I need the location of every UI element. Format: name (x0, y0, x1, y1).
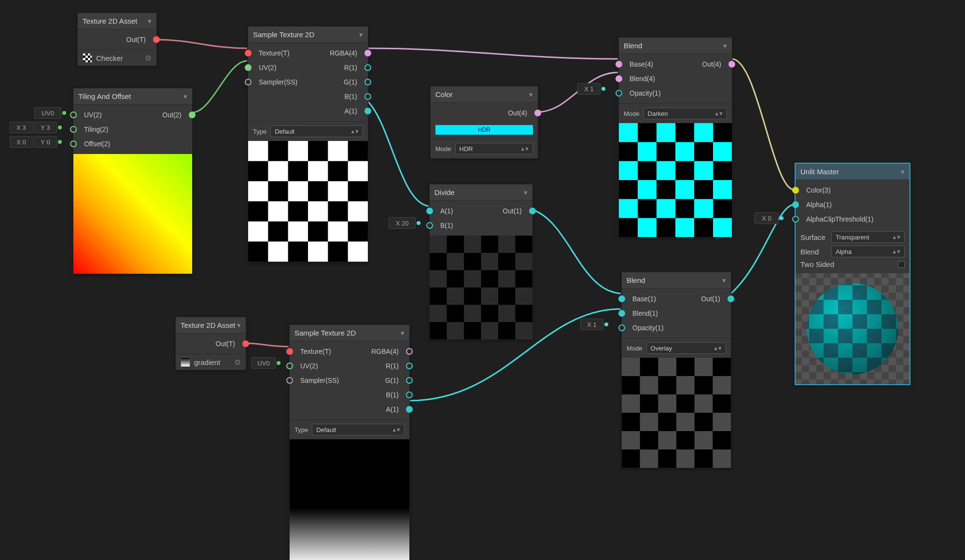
blend-select[interactable]: Alpha▲▼ (831, 246, 905, 257)
out-r[interactable] (364, 64, 371, 71)
node-tiling-and-offset[interactable]: Tiling And Offset ▾ UV(2) Out(2) Tiling(… (73, 88, 193, 274)
svg-rect-55 (622, 358, 640, 376)
out-g[interactable] (364, 79, 371, 85)
input-port-offset[interactable] (70, 140, 77, 147)
sample2-uv-dock[interactable]: UV0 (252, 357, 280, 369)
node-texture-asset-1[interactable]: Texture 2D Asset ▾ Out(T) Checker ⊙ (77, 13, 157, 66)
tiling-xy-dock[interactable]: X 3 Y 3 (10, 122, 62, 133)
asset-picker-row[interactable]: gradient ⊙ (176, 354, 246, 370)
uv-value[interactable]: UV0 (252, 357, 276, 369)
node-divide[interactable]: Divide▾ A(1)Out(1) B(1) (429, 184, 533, 340)
type-select[interactable]: Default▲▼ (312, 424, 405, 435)
out-port[interactable] (534, 110, 541, 116)
node-blend-2[interactable]: Blend▾ Base(1)Out(1) Blend(1) Opacity(1)… (621, 272, 731, 468)
chevron-down-icon[interactable]: ▾ (401, 329, 405, 337)
port-label: R(1) (386, 362, 399, 370)
node-header[interactable]: Tiling And Offset ▾ (73, 88, 192, 105)
opacity-value[interactable]: X 1 (580, 319, 603, 330)
svg-rect-5 (308, 161, 328, 182)
out-g[interactable] (406, 377, 413, 384)
master-preview (796, 273, 909, 384)
clip-value[interactable]: X 0 (755, 212, 779, 224)
offset-xy-dock[interactable]: X 0 Y 0 (10, 136, 62, 148)
type-select[interactable]: Default▲▼ (270, 126, 363, 137)
mode-select[interactable]: HDR▲▼ (455, 143, 533, 154)
in-base[interactable] (618, 295, 625, 302)
tiling-uv-dock[interactable]: UV0 (34, 107, 66, 119)
in-clip[interactable] (792, 216, 799, 223)
input-port-uv[interactable] (70, 112, 77, 118)
out-port[interactable] (727, 295, 734, 302)
chevron-down-icon[interactable]: ▾ (723, 42, 727, 50)
tiling-y[interactable]: Y 3 (34, 122, 57, 133)
node-header[interactable]: Texture 2D Asset ▾ (78, 13, 156, 29)
chevron-down-icon[interactable]: ▾ (901, 168, 905, 176)
offset-y[interactable]: Y 0 (34, 136, 57, 148)
asset-picker-row[interactable]: Checker ⊙ (78, 50, 156, 66)
node-sample-texture-2d-1[interactable]: Sample Texture 2D ▾ Texture(T)RGBA(4) UV… (248, 26, 368, 262)
svg-rect-41 (675, 142, 694, 161)
blend2-opacity-dock[interactable]: X 1 (580, 319, 608, 330)
two-sided-toggle[interactable] (898, 261, 905, 268)
chevron-down-icon[interactable]: ▾ (148, 17, 152, 26)
blend1-opacity-dock[interactable]: X 1 (577, 83, 605, 95)
out-rgba[interactable] (406, 348, 413, 355)
in-sampler[interactable] (245, 79, 252, 85)
out-port[interactable] (728, 61, 735, 68)
node-unlit-master[interactable]: Unlit Master▾ Color(3) Alpha(1) AlphaCli… (795, 163, 910, 385)
input-port-tiling[interactable] (70, 126, 77, 133)
in-texture[interactable] (286, 348, 293, 355)
chevron-down-icon[interactable]: ▾ (722, 276, 726, 285)
in-alpha[interactable] (792, 201, 799, 208)
dock-uv[interactable]: UV0 (34, 107, 61, 119)
picker-icon[interactable]: ⊙ (145, 54, 152, 62)
svg-rect-16 (268, 241, 288, 262)
in-base[interactable] (615, 61, 622, 68)
in-blend[interactable] (618, 310, 625, 317)
divide-b-value[interactable]: X 20 (389, 217, 416, 229)
node-sample-texture-2d-2[interactable]: Sample Texture 2D▾ Texture(T)RGBA(4) UV(… (289, 324, 410, 560)
output-port[interactable] (242, 340, 249, 347)
chevron-down-icon[interactable]: ▾ (524, 188, 528, 197)
color-swatch[interactable]: HDR (435, 125, 533, 135)
out-b[interactable] (406, 392, 413, 398)
in-opacity[interactable] (618, 324, 625, 331)
out-a[interactable] (406, 406, 413, 413)
mode-select[interactable]: Overlay▲▼ (646, 342, 726, 354)
port-label: Alpha(1) (806, 201, 832, 209)
surface-select[interactable]: Transparent▲▼ (831, 231, 905, 243)
in-uv[interactable] (286, 363, 293, 369)
node-header[interactable]: Sample Texture 2D ▾ (248, 27, 368, 43)
picker-icon[interactable]: ⊙ (235, 358, 241, 366)
opacity-value[interactable]: X 1 (577, 83, 601, 95)
mode-select[interactable]: Darken▲▼ (643, 108, 727, 119)
in-uv[interactable] (245, 64, 252, 71)
in-sampler[interactable] (286, 377, 293, 384)
output-port[interactable] (189, 112, 196, 118)
node-color[interactable]: Color▾ Out(4) HDR ModeHDR▲▼ (430, 86, 538, 159)
divide-b-dock[interactable]: X 20 (389, 217, 420, 229)
in-b[interactable] (426, 222, 433, 229)
out-r[interactable] (406, 363, 413, 369)
output-port[interactable] (153, 36, 160, 43)
node-texture-asset-2[interactable]: Texture 2D Asset▾ Out(T) gradient ⊙ (175, 317, 246, 370)
in-blend[interactable] (615, 75, 622, 82)
out-a[interactable] (364, 108, 371, 114)
preview-dark-checker (430, 236, 532, 339)
in-texture[interactable] (245, 50, 252, 56)
chevron-down-icon[interactable]: ▾ (529, 90, 533, 99)
out-b[interactable] (364, 93, 371, 100)
tiling-x[interactable]: X 3 (10, 122, 33, 133)
in-a[interactable] (426, 208, 433, 214)
offset-x[interactable]: X 0 (10, 136, 33, 148)
master-clip-dock[interactable]: X 0 (755, 212, 783, 224)
node-blend-1[interactable]: Blend▾ Base(4)Out(4) Blend(4) Opacity(1)… (618, 37, 732, 238)
in-opacity[interactable] (615, 90, 622, 97)
chevron-down-icon[interactable]: ▾ (237, 321, 241, 330)
out-port[interactable] (529, 208, 536, 214)
in-color[interactable] (792, 187, 799, 194)
chevron-down-icon[interactable]: ▾ (183, 92, 187, 101)
out-rgba[interactable] (364, 50, 371, 56)
port-label: Blend(1) (632, 309, 658, 317)
chevron-down-icon[interactable]: ▾ (359, 30, 363, 39)
